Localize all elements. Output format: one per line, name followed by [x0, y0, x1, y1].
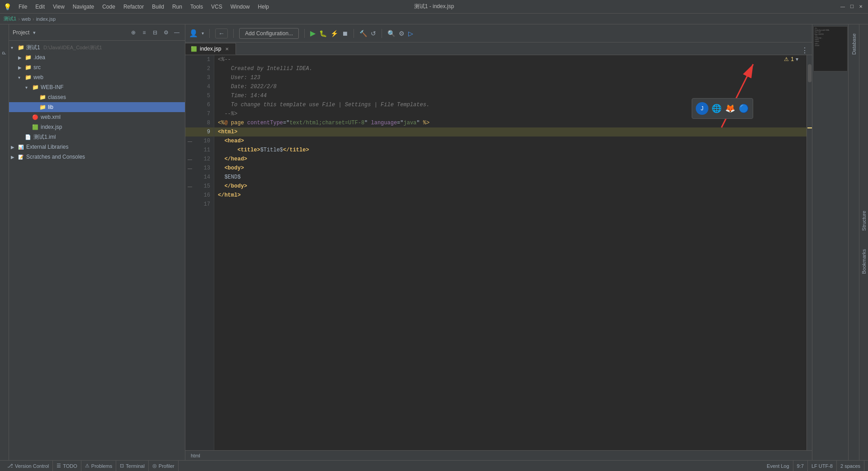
ln-11: 11	[194, 146, 214, 155]
breadcrumb-item-file[interactable]: index.jsp	[36, 16, 56, 22]
tree-item-webxml[interactable]: ▶ 🔴 web.xml	[9, 112, 185, 122]
menu-code[interactable]: Code	[99, 3, 119, 11]
debug-button[interactable]: 🐛	[319, 30, 327, 37]
gutter-6	[185, 100, 194, 109]
menu-view[interactable]: View	[49, 3, 68, 11]
scrollbar-thumb[interactable]	[808, 64, 811, 82]
code-line-8: <%@ page contentType="text/html;charset=…	[214, 118, 807, 127]
tree-item-scratches[interactable]: ▶ 📝 Scratches and Consoles	[9, 152, 185, 162]
tree-item-webinf[interactable]: ▾ 📁 WEB-INF	[9, 82, 185, 92]
menu-refactor[interactable]: Refactor	[120, 3, 147, 11]
breadcrumb-item-project[interactable]: 测试1	[4, 15, 16, 22]
stop-button[interactable]: ⏹	[342, 30, 348, 37]
tree-item-web[interactable]: ▾ 📁 web	[9, 72, 185, 82]
menu-build[interactable]: Build	[148, 3, 168, 11]
menu-edit[interactable]: Edit	[32, 3, 48, 11]
rebuild-button[interactable]: ↺	[371, 30, 376, 37]
expand-arrow-extlib: ▶	[11, 145, 17, 150]
build-button[interactable]: 🔨	[359, 30, 367, 37]
menu-help[interactable]: Help	[254, 3, 273, 11]
close-button[interactable]: ✕	[857, 3, 864, 10]
menu-navigate[interactable]: Navigate	[69, 3, 98, 11]
bookmarks-label[interactable]: Bookmarks	[861, 249, 867, 274]
settings-button[interactable]: ⚙	[161, 28, 170, 37]
indent-info[interactable]: 2 spaces	[837, 461, 864, 471]
ln-5: 5	[194, 91, 214, 100]
add-configuration-button[interactable]: Add Configuration...	[239, 28, 299, 39]
indexjsp-label: index.jsp	[41, 124, 62, 130]
window-title: 测试1 - index.jsp	[414, 3, 454, 10]
profiler-button[interactable]: ◎ Profiler	[149, 461, 179, 471]
maximize-button[interactable]: ☐	[848, 3, 855, 10]
tree-item-classes[interactable]: ▶ 📁 classes	[9, 92, 185, 102]
back-button[interactable]: ←	[215, 28, 228, 38]
project-sidebar-icon[interactable]: P	[2, 52, 7, 55]
tree-item-src[interactable]: ▶ 📁 src	[9, 62, 185, 72]
cursor-position[interactable]: 9:7	[793, 461, 808, 471]
extlib-label: External Libraries	[26, 144, 68, 150]
scroll-from-source-button[interactable]: ≡	[140, 28, 149, 37]
browser-icon-chrome[interactable]: 🌐	[711, 103, 722, 114]
code-line-1: <%--	[214, 55, 807, 64]
menu-tools[interactable]: Tools	[187, 3, 207, 11]
editor-scrollbar[interactable]	[807, 55, 812, 450]
scratches-label: Scratches and Consoles	[26, 154, 85, 160]
user-icon[interactable]: 👤	[189, 29, 198, 38]
project-panel: Project ▾ ⊕ ≡ ⊟ ⚙ — ▾ 📁 测试1 D:\Java\IDEA…	[9, 24, 185, 460]
search-button[interactable]: 🔍	[387, 30, 395, 37]
tab-label: index.jsp	[200, 46, 221, 52]
tree-item-lib[interactable]: ▶ 📁 lib	[9, 102, 185, 112]
gutter-12: —	[185, 155, 194, 164]
title-bar: 💡 File Edit View Navigate Code Refactor …	[0, 0, 868, 14]
webinf-icon: 📁	[32, 84, 39, 91]
event-log-button[interactable]: Event Log	[763, 461, 793, 471]
menu-file[interactable]: File	[15, 3, 31, 11]
browser-icon-firefox[interactable]: 🦊	[725, 103, 736, 114]
settings-toolbar-button[interactable]: ⚙	[399, 30, 405, 37]
coverage-button[interactable]: ⚡	[330, 30, 338, 37]
browser-icon-idea[interactable]: J	[696, 102, 708, 115]
bottom-breadcrumb: html	[185, 450, 812, 460]
version-control-button[interactable]: ⎇ Version Control	[4, 461, 53, 471]
warning-icon: ⚠	[784, 56, 789, 62]
tab-indexjsp[interactable]: 🟩 index.jsp ✕	[185, 43, 236, 55]
menu-vcs[interactable]: VCS	[208, 3, 226, 11]
panel-toolbar: Project ▾ ⊕ ≡ ⊟ ⚙ —	[9, 24, 185, 41]
extlib-icon: 📊	[17, 143, 24, 151]
iml-label: 测试1.iml	[33, 133, 56, 141]
recent-files-button[interactable]: ⋮	[801, 46, 808, 55]
tree-item-root[interactable]: ▾ 📁 测试1 D:\Java\IDEA_Code\测试1	[9, 42, 185, 52]
tree-item-iml[interactable]: ▶ 📄 测试1.iml	[9, 132, 185, 142]
browser-icon-edge[interactable]: 🔵	[738, 103, 749, 114]
browser-selection-popup[interactable]: J 🌐 🦊 🔵	[692, 98, 753, 119]
tree-item-indexjsp[interactable]: ▶ 🟩 index.jsp	[9, 122, 185, 132]
expand-arrow-src: ▶	[18, 65, 24, 70]
run-anything-button[interactable]: ▷	[408, 30, 413, 37]
minimize-button[interactable]: —	[839, 3, 846, 10]
profiler-label: Profiler	[159, 463, 175, 469]
breadcrumb-item-web[interactable]: web	[22, 16, 31, 22]
ln-16: 16	[194, 191, 214, 200]
run-button[interactable]: ▶	[310, 29, 316, 38]
collapse-all-button[interactable]: ⊟	[151, 28, 160, 37]
structure-label[interactable]: Structure	[861, 211, 867, 231]
lib-label: lib	[48, 104, 53, 110]
close-panel-button[interactable]: —	[172, 28, 181, 37]
new-file-button[interactable]: ⊕	[129, 28, 138, 37]
warning-indicator[interactable]: ⚠ 1 ▾	[784, 56, 798, 62]
encoding-info[interactable]: LF UTF-8	[808, 461, 837, 471]
gutter-14	[185, 173, 194, 182]
menu-run[interactable]: Run	[169, 3, 186, 11]
tree-item-extlib[interactable]: ▶ 📊 External Libraries	[9, 142, 185, 152]
problems-button[interactable]: ⚠ Problems	[81, 461, 116, 471]
todo-button[interactable]: ☰ TODO	[53, 461, 81, 471]
lib-icon: 📁	[39, 104, 46, 111]
database-panel-label[interactable]: Database	[851, 33, 857, 55]
ln-2: 2	[194, 64, 214, 73]
tab-close-button[interactable]: ✕	[224, 46, 230, 52]
tree-item-idea[interactable]: ▶ 📁 .idea	[9, 52, 185, 62]
terminal-button[interactable]: ⊡ Terminal	[116, 461, 149, 471]
tree-label: 测试1 D:\Java\IDEA_Code\测试1	[26, 44, 102, 52]
menu-window[interactable]: Window	[227, 3, 254, 11]
gutter-2	[185, 64, 194, 73]
